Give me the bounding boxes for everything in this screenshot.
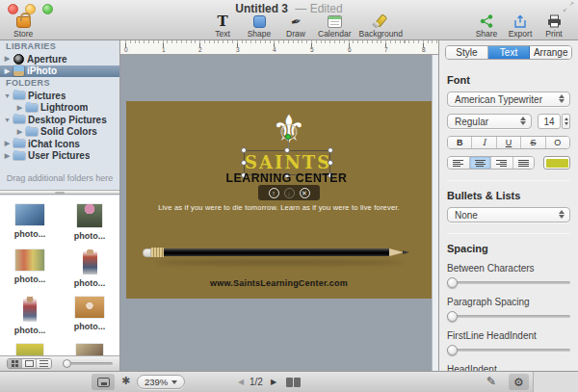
document-page[interactable]: ⚜ SAINTS LEARNING CENTER ↑ ↓ ✕ Live as [126,101,432,299]
settings-gear-button[interactable]: ⚙ [509,374,529,390]
background-tool-button[interactable]: Background [359,13,403,38]
tab-text[interactable]: Text [488,46,531,59]
facing-pages-icon[interactable] [286,378,301,387]
photo-item[interactable]: photo... [74,204,106,241]
sidebar-item-lightroom[interactable]: ▶ Lightroom [0,102,119,115]
sidebar-item-user-pictures[interactable]: ▶ User Pictures [0,150,119,163]
sidebar-item-ichat-icons[interactable]: ▶ iChat Icons [0,138,119,150]
share-button[interactable]: Share [474,13,499,38]
photo-item[interactable]: photo... [74,249,106,288]
list-view-icon [25,360,34,367]
disclosure-triangle-icon[interactable]: ▶ [4,140,11,147]
tab-style[interactable]: Style [446,46,488,59]
grid-view-button[interactable] [8,359,22,368]
photo-thumbnail [15,204,44,225]
size-stepper[interactable] [562,114,570,129]
between-characters-slider[interactable] [447,277,570,288]
photo-thumbnail [15,249,44,271]
selection-handle[interactable] [328,147,333,153]
pencil-image[interactable] [143,247,409,258]
photo-item[interactable] [16,344,43,355]
photo-item[interactable]: photo... [14,249,46,288]
rotate-handle[interactable] [285,134,291,140]
edit-pen-icon[interactable]: ✎ [486,375,496,388]
sidebar-item-aperture[interactable]: ▶ Aperture [0,53,119,65]
photo-item[interactable]: photo... [14,297,46,335]
slider-knob[interactable] [447,311,458,322]
disclosure-triangle-icon[interactable]: ▼ [4,117,11,123]
font-family-popup[interactable]: American Typewriter [447,91,570,107]
sidebar-item-desktop-pictures[interactable]: ▼ Desktop Pictures [0,114,119,126]
disclosure-triangle-icon[interactable]: ▶ [16,104,23,112]
next-page-button[interactable]: ▶ [271,378,276,386]
slider-knob[interactable] [447,277,458,288]
sidebar-item-solid-colors[interactable]: ▶ Solid Colors [0,126,119,139]
align-right-button[interactable] [491,157,513,169]
disclosure-triangle-icon[interactable]: ▶ [4,55,11,63]
detail-view-button[interactable] [37,359,51,368]
asterisk-icon[interactable]: ✱ [121,375,130,387]
close-overlay-button[interactable]: ✕ [300,188,310,198]
tagline-text[interactable]: Live as if you were to die tomorrow. Lea… [126,203,432,212]
paragraph-spacing-slider[interactable] [447,311,570,322]
underline-button[interactable]: U [497,137,521,148]
photo-item[interactable] [76,344,103,355]
detail-view-icon [39,360,48,367]
popup-arrows-icon [559,94,565,103]
font-size-field[interactable]: 14 [538,114,570,129]
fleur-de-lis-icon: ⚜ [270,109,308,149]
logo-subtitle-text[interactable]: LEARNING CENTER [149,170,425,185]
text-tool-button[interactable]: T Text [208,13,237,38]
selection-handle[interactable] [284,147,290,153]
shape-tool-button[interactable]: Shape [245,13,274,38]
bold-button[interactable]: B [448,137,472,148]
disclosure-triangle-icon[interactable]: ▼ [4,92,11,99]
folder-icon [13,140,25,147]
move-up-button[interactable]: ↑ [269,188,279,198]
slider-knob[interactable] [63,359,71,368]
thumbnail-size-slider[interactable] [63,359,113,368]
selection-handle[interactable] [241,147,247,153]
zoom-level-button[interactable]: 239% [137,375,185,389]
toggle-media-panel-button[interactable] [92,374,115,390]
draw-tool-button[interactable]: ✒ Draw [281,13,310,38]
bullets-popup[interactable]: None [447,207,570,222]
selection-handle[interactable] [328,160,333,166]
export-button[interactable]: Export [508,13,533,38]
font-style-popup[interactable]: Regular [447,114,532,129]
italic-button[interactable]: I [472,137,496,148]
outline-button[interactable]: O [546,137,569,148]
store-button[interactable]: Store [13,13,33,38]
photo-thumbnail [16,344,43,355]
disclosure-triangle-icon[interactable]: ▶ [16,128,23,136]
print-button[interactable]: Print [541,13,566,38]
align-center-button[interactable] [470,157,492,169]
website-text[interactable]: www.SaintsLearningCenter.com [126,278,432,288]
slider-knob[interactable] [447,345,458,355]
sidebar-item-iphoto[interactable]: ▶ iPhoto [0,65,119,78]
calendar-tool-button[interactable]: Calendar [318,13,352,38]
previous-page-button[interactable]: ◀ [238,378,244,386]
move-down-button[interactable]: ↓ [284,188,295,198]
photo-item[interactable]: photo... [74,297,106,335]
strikethrough-button[interactable]: S [521,137,545,148]
sidebar-item-pictures[interactable]: ▼ Pictures [0,90,119,102]
disclosure-triangle-icon[interactable]: ▶ [4,152,11,160]
tab-arrange[interactable]: Arrange [530,46,571,59]
selection-handle[interactable] [241,160,247,166]
app-window: Untitled 3 — Edited ↗↙ Store T Text Shap… [0,0,578,392]
canvas-area: 012345678 ⚜ SAINTS LEARNING CENTER ↑ ↓ [120,40,438,371]
list-view-button[interactable] [22,359,37,368]
disclosure-triangle-icon[interactable]: ▶ [4,67,11,75]
align-left-icon [453,160,463,167]
fullscreen-icon[interactable]: ↗↙ [563,1,574,13]
align-left-button[interactable] [448,157,470,169]
align-justify-button[interactable] [513,157,535,169]
text-color-well[interactable] [543,156,570,170]
vertical-scrollbar[interactable] [432,55,438,371]
firstline-headindent-slider[interactable] [447,345,570,355]
sidebar-splitter[interactable] [0,190,119,195]
photo-item[interactable]: photo... [14,204,46,241]
text-alignment-buttons [447,156,535,170]
window-titlebar: Untitled 3 — Edited ↗↙ Store T Text Shap… [0,0,578,40]
